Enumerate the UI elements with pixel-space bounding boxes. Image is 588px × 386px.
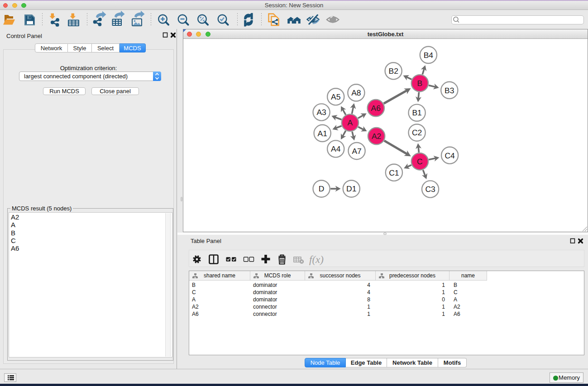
svg-text:C: C bbox=[417, 157, 423, 166]
svg-text:A2: A2 bbox=[372, 132, 381, 141]
svg-text:B2: B2 bbox=[388, 67, 398, 76]
svg-text:f(x): f(x) bbox=[309, 254, 324, 265]
svg-text:C4: C4 bbox=[445, 151, 455, 160]
svg-text:A1: A1 bbox=[317, 129, 327, 138]
svg-text:B1: B1 bbox=[412, 108, 421, 117]
svg-text:B3: B3 bbox=[445, 86, 454, 95]
svg-text:A7: A7 bbox=[352, 147, 361, 156]
svg-text:A8: A8 bbox=[351, 88, 361, 97]
svg-text:A6: A6 bbox=[371, 104, 381, 113]
svg-text:B4: B4 bbox=[424, 51, 434, 60]
svg-text:C2: C2 bbox=[412, 128, 422, 137]
svg-text:D: D bbox=[319, 184, 325, 193]
svg-text:A4: A4 bbox=[331, 144, 341, 153]
svg-text:C1: C1 bbox=[389, 168, 399, 177]
svg-text:A: A bbox=[348, 118, 353, 127]
svg-text:C3: C3 bbox=[425, 185, 435, 194]
svg-text:A5: A5 bbox=[331, 92, 340, 101]
svg-text:D1: D1 bbox=[346, 184, 356, 193]
svg-text:A3: A3 bbox=[316, 108, 326, 117]
svg-text:B: B bbox=[417, 79, 423, 88]
